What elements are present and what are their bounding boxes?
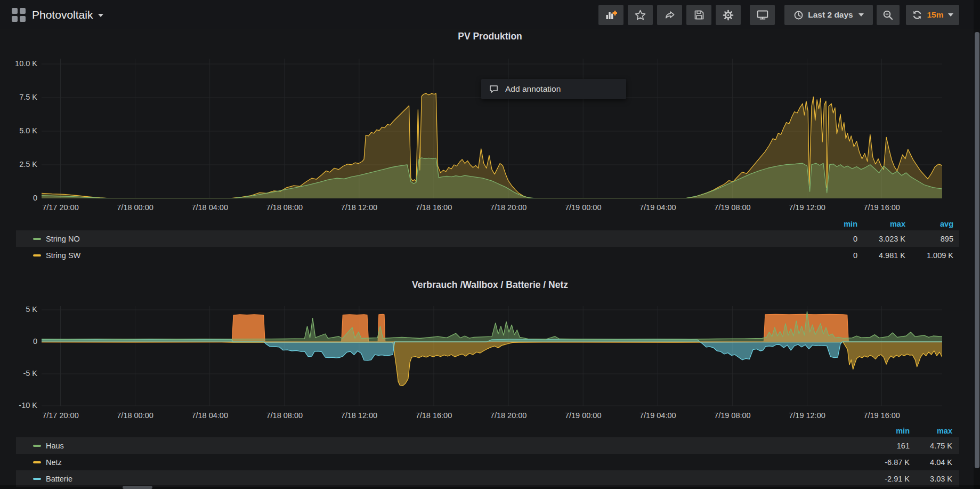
vertical-scrollbar-thumb[interactable] bbox=[975, 32, 979, 468]
grafana-dashboard: Photovoltaik bbox=[0, 0, 980, 489]
legend-value-min: 0 bbox=[809, 235, 857, 243]
panel-title-verbrauch[interactable]: Verbrauch /Wallbox / Batterie / Netz bbox=[0, 279, 980, 291]
panel-title-pv-produktion[interactable]: PV Produktion bbox=[0, 31, 980, 42]
x-tick-label: 7/19 08:00 bbox=[698, 203, 767, 212]
legend-value-max: 3.023 K bbox=[857, 235, 905, 243]
share-icon bbox=[664, 10, 675, 20]
series-color-swatch[interactable] bbox=[33, 238, 41, 240]
add-annotation-menu-item[interactable]: Add annotation bbox=[481, 79, 626, 99]
dashboard-title-dropdown[interactable]: Photovoltaik bbox=[32, 0, 103, 29]
legend-header-row: minmaxavg bbox=[16, 218, 959, 230]
horizontal-scrollbar-thumb[interactable] bbox=[123, 486, 152, 489]
series-color-swatch[interactable] bbox=[33, 461, 41, 463]
dashboard-grid-icon[interactable] bbox=[12, 8, 26, 22]
legend-sort-max[interactable]: max bbox=[857, 220, 905, 228]
legend-sort-min[interactable]: min bbox=[867, 427, 910, 435]
clock-icon bbox=[793, 10, 804, 20]
refresh-picker[interactable]: 15m bbox=[906, 5, 959, 25]
x-tick-label: 7/18 04:00 bbox=[175, 203, 245, 212]
refresh-interval-label: 15m bbox=[927, 10, 943, 20]
legend-value-avg: 1.009 K bbox=[905, 251, 953, 260]
legend-value-max: 3.03 K bbox=[910, 475, 952, 483]
x-tick-label: 7/19 04:00 bbox=[623, 411, 692, 420]
add-panel-icon bbox=[605, 10, 617, 20]
x-tick-label: 7/19 04:00 bbox=[623, 203, 692, 212]
share-button[interactable] bbox=[657, 5, 682, 25]
time-range-picker[interactable]: Last 2 days bbox=[784, 5, 873, 25]
settings-button[interactable] bbox=[716, 5, 741, 25]
x-tick-label: 7/18 16:00 bbox=[399, 411, 468, 420]
x-tick-label: 7/18 16:00 bbox=[399, 203, 468, 212]
series-color-swatch[interactable] bbox=[33, 478, 41, 480]
time-range-label: Last 2 days bbox=[808, 10, 853, 20]
y-tick-label: 2.5 K bbox=[2, 160, 37, 169]
legend-row-netz: Netz-6.87 K4.04 K bbox=[16, 454, 959, 470]
chevron-down-icon bbox=[98, 14, 103, 17]
series-color-swatch[interactable] bbox=[33, 254, 41, 256]
legend-value-max: 4.75 K bbox=[910, 442, 952, 450]
add-panel-button[interactable] bbox=[598, 5, 623, 25]
x-tick-label: 7/19 16:00 bbox=[847, 411, 917, 420]
series-label[interactable]: Batterie bbox=[46, 475, 72, 483]
cycle-view-button[interactable] bbox=[750, 5, 775, 25]
pv-chart-legend: minmaxavgString NO03.023 K895String SW04… bbox=[16, 218, 959, 263]
chevron-down-icon bbox=[858, 13, 864, 17]
y-tick-label: 0 bbox=[2, 194, 37, 202]
series-color-swatch[interactable] bbox=[33, 445, 41, 447]
save-button[interactable] bbox=[686, 5, 711, 25]
zoom-out-button[interactable] bbox=[877, 5, 900, 25]
x-tick-label: 7/19 12:00 bbox=[773, 203, 842, 212]
x-tick-label: 7/19 16:00 bbox=[847, 203, 917, 212]
series-label[interactable]: String NO bbox=[46, 235, 80, 243]
chevron-down-icon bbox=[948, 13, 953, 17]
legend-row-batterie: Batterie-2.91 K3.03 K bbox=[16, 470, 959, 487]
refresh-icon bbox=[912, 10, 922, 20]
comment-bubble-icon bbox=[489, 84, 499, 94]
x-tick-label: 7/18 20:00 bbox=[474, 411, 543, 420]
legend-sort-avg[interactable]: avg bbox=[905, 220, 953, 228]
x-tick-label: 7/19 00:00 bbox=[548, 203, 618, 212]
save-icon bbox=[694, 10, 704, 20]
legend-sort-max[interactable]: max bbox=[910, 427, 952, 435]
y-tick-label: 5.0 K bbox=[2, 126, 37, 135]
x-tick-label: 7/18 04:00 bbox=[175, 411, 245, 420]
add-annotation-label: Add annotation bbox=[505, 84, 561, 94]
x-tick-label: 7/18 12:00 bbox=[325, 203, 394, 212]
x-tick-label: 7/17 20:00 bbox=[26, 411, 95, 420]
star-button[interactable] bbox=[628, 5, 653, 25]
series-label[interactable]: Netz bbox=[46, 458, 62, 467]
legend-header-row: minmax bbox=[16, 424, 959, 437]
horizontal-scrollbar-track[interactable] bbox=[0, 485, 980, 489]
y-tick-label: 0 bbox=[2, 337, 37, 346]
legend-row-string-no: String NO03.023 K895 bbox=[16, 230, 959, 247]
legend-value-min: -2.91 K bbox=[867, 475, 910, 483]
monitor-icon bbox=[757, 10, 768, 20]
legend-row-haus: Haus1614.75 K bbox=[16, 437, 959, 454]
legend-value-max: 4.981 K bbox=[857, 251, 905, 260]
x-tick-label: 7/19 08:00 bbox=[698, 411, 767, 420]
pv-produktion-chart[interactable] bbox=[42, 57, 942, 198]
series-label[interactable]: String SW bbox=[46, 251, 80, 260]
dashboard-title: Photovoltaik bbox=[32, 9, 93, 21]
legend-sort-min[interactable]: min bbox=[809, 220, 857, 228]
gear-icon bbox=[723, 10, 734, 21]
y-tick-label: 5 K bbox=[2, 305, 37, 314]
y-tick-label: 7.5 K bbox=[2, 93, 37, 101]
x-tick-label: 7/18 00:00 bbox=[101, 203, 170, 212]
y-tick-label: -10 K bbox=[2, 401, 37, 410]
y-tick-label: -5 K bbox=[2, 369, 37, 378]
top-navbar: Photovoltaik bbox=[0, 0, 980, 29]
legend-value-min: 0 bbox=[809, 251, 857, 260]
x-tick-label: 7/18 00:00 bbox=[101, 411, 170, 420]
series-area-haus bbox=[42, 311, 942, 342]
legend-value-max: 4.04 K bbox=[910, 458, 952, 467]
vertical-scrollbar-track[interactable] bbox=[974, 0, 980, 489]
series-label[interactable]: Haus bbox=[46, 442, 64, 450]
star-icon bbox=[635, 10, 646, 20]
verbrauch-chart[interactable] bbox=[42, 304, 942, 411]
x-tick-label: 7/18 08:00 bbox=[250, 203, 319, 212]
legend-row-string-sw: String SW04.981 K1.009 K bbox=[16, 247, 959, 263]
x-tick-label: 7/19 12:00 bbox=[773, 411, 842, 420]
zoom-out-icon bbox=[882, 10, 894, 21]
x-tick-label: 7/18 12:00 bbox=[325, 411, 394, 420]
